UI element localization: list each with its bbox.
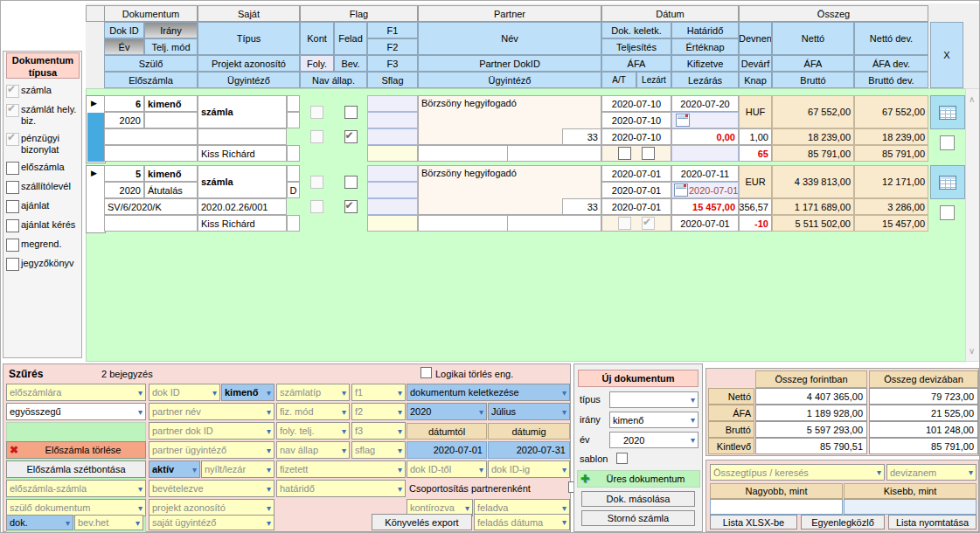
- col-foly[interactable]: Foly.: [300, 55, 334, 72]
- col-lezart[interactable]: Lezárt: [636, 72, 671, 88]
- col-devarf[interactable]: Devárf: [739, 55, 772, 72]
- col-at[interactable]: A/T: [601, 72, 636, 88]
- checkbox-icon[interactable]: [6, 162, 19, 175]
- devizanem-dropdown[interactable]: devizanem▾: [886, 464, 977, 481]
- checkbox-icon[interactable]: [6, 85, 19, 98]
- cell-f3[interactable]: [367, 198, 418, 215]
- dok-id-ig-dropdown[interactable]: dok ID-ig▾: [488, 460, 570, 478]
- doc-type-szamla[interactable]: számla: [6, 85, 81, 98]
- bev-checkbox[interactable]: [344, 130, 358, 143]
- ures-dokumentum-button[interactable]: ✚Üres dokumentum: [577, 470, 700, 488]
- checkbox-icon[interactable]: [6, 104, 19, 117]
- col-bev[interactable]: Bev.: [334, 55, 367, 72]
- date-from-field[interactable]: 2020-07-01: [407, 441, 487, 459]
- group-osszeg[interactable]: Összeg: [739, 5, 928, 22]
- col-hatarido[interactable]: Határidő: [671, 22, 739, 38]
- col-sflag[interactable]: Sflag: [367, 72, 418, 88]
- dok-id-dropdown[interactable]: dok ID▾: [149, 384, 220, 401]
- f3-dropdown[interactable]: f3▾: [351, 422, 406, 440]
- doc-type-ajanlat[interactable]: ajánlat: [6, 200, 81, 213]
- cell-f2[interactable]: [367, 112, 418, 128]
- col-kifizetve[interactable]: Kifizetve: [671, 55, 739, 72]
- nav-allap-dropdown[interactable]: nav állap▾: [276, 441, 350, 459]
- checkbox-icon[interactable]: [6, 133, 19, 146]
- col-brutto-dev[interactable]: Bruttó dev.: [854, 72, 928, 88]
- scroll-down-icon[interactable]: ∨: [969, 346, 975, 356]
- f2-dropdown[interactable]: f2▾: [351, 403, 406, 420]
- col-erteknap[interactable]: Értéknap: [671, 38, 739, 55]
- col-tipus[interactable]: Típus: [198, 22, 300, 55]
- col-szulo[interactable]: Szülő: [104, 55, 198, 72]
- feladas-datuma-dropdown[interactable]: feladás dátuma▾: [474, 514, 570, 530]
- col-partner-ugyintezo[interactable]: Ügyintéző: [418, 72, 601, 88]
- col-partner-dokid[interactable]: Partner DokID: [418, 55, 601, 72]
- col-afa-datum[interactable]: ÁFA: [601, 55, 671, 72]
- eloszamla-torlese-button[interactable]: ✖Előszámla törlése: [6, 441, 146, 459]
- col-ugyintezo[interactable]: Ügyintéző: [198, 72, 300, 88]
- table-row[interactable]: ▶ 6 kimenő számla 2020 Kiss Richárd: [86, 95, 964, 162]
- new-doc-tipus-dropdown[interactable]: ▾: [609, 391, 699, 408]
- doc-type-jegyzokonyv[interactable]: jegyzőkönyv: [6, 258, 81, 271]
- kont-checkbox[interactable]: [310, 176, 323, 189]
- col-devnem[interactable]: Devnen: [739, 22, 772, 55]
- group-sajat[interactable]: Saját: [198, 5, 300, 22]
- checkbox-icon[interactable]: [6, 239, 19, 252]
- col-netto[interactable]: Nettó: [772, 22, 854, 55]
- bev-checkbox[interactable]: [344, 200, 358, 213]
- felad-checkbox[interactable]: [344, 106, 358, 119]
- dok-keletkezese-dropdown[interactable]: dokumentum keletkezése▾: [407, 384, 570, 401]
- dok-id-tol-dropdown[interactable]: dok ID-től▾: [407, 460, 487, 478]
- new-doc-ev-dropdown[interactable]: 2020▾: [609, 432, 699, 448]
- cell-f3[interactable]: [367, 128, 418, 145]
- scroll-up-icon[interactable]: ∧: [969, 94, 975, 104]
- cell-sflag[interactable]: [367, 215, 418, 232]
- doc-type-eloszamla[interactable]: előszámla: [6, 162, 81, 175]
- close-column-header[interactable]: X: [930, 22, 963, 88]
- checkbox-icon[interactable]: [6, 219, 19, 232]
- col-netto-dev[interactable]: Nettó dev.: [854, 22, 928, 55]
- doc-type-szamlat-hely-biz[interactable]: számlát hely. biz.: [6, 104, 81, 127]
- col-nev[interactable]: Név: [418, 22, 601, 55]
- checkbox-icon[interactable]: [6, 181, 19, 194]
- foly-checkbox[interactable]: [310, 130, 323, 143]
- bevetelezve-dropdown[interactable]: bevételezve▾: [149, 480, 275, 497]
- kont-checkbox[interactable]: [310, 106, 323, 119]
- col-afa-dev[interactable]: ÁFA dev.: [854, 55, 928, 72]
- lista-xlsx-button[interactable]: Lista XLSX-be: [710, 515, 797, 530]
- dok-dropdown[interactable]: dok.▾: [6, 515, 73, 530]
- new-doc-irany-dropdown[interactable]: kimenő▾: [609, 412, 699, 428]
- partner-nev-dropdown[interactable]: partner név▾: [149, 403, 275, 420]
- col-nav-allap[interactable]: Nav állap.: [300, 72, 367, 88]
- col-brutto[interactable]: Bruttó: [772, 72, 854, 88]
- hatarido-dropdown[interactable]: határidő▾: [276, 480, 406, 497]
- nagyobb-mint-input[interactable]: [710, 499, 843, 515]
- bev-het-dropdown[interactable]: bev.het▾: [74, 515, 143, 530]
- partner-dok-id-dropdown[interactable]: partner dok ID▾: [149, 422, 275, 440]
- f1-dropdown[interactable]: f1▾: [351, 384, 406, 401]
- group-partner[interactable]: Partner: [418, 5, 601, 22]
- table-row[interactable]: ▶ 5 kimenő számla D 2020 Átutalás SV/6/2…: [86, 165, 964, 232]
- group-flag[interactable]: Flag: [300, 5, 418, 22]
- calendar-icon[interactable]: [676, 114, 690, 127]
- col-dok-keletk[interactable]: Dok. keletk.: [601, 22, 671, 38]
- dok-masolasa-button[interactable]: Dok. másolása: [581, 491, 695, 507]
- fiz-mod-dropdown[interactable]: fiz. mód▾: [276, 403, 350, 420]
- szamlatipus-dropdown[interactable]: számlatíp▾: [276, 384, 350, 401]
- cell-erteknap[interactable]: [671, 112, 739, 128]
- col-telj-mod[interactable]: Telj. mód: [144, 38, 198, 55]
- eloszamlara-dropdown[interactable]: előszámlára▾: [6, 384, 146, 401]
- cell-f1[interactable]: [367, 165, 418, 182]
- nyilt-lezart-dropdown[interactable]: nyílt/lezár▾: [201, 460, 275, 478]
- col-lezaras[interactable]: Lezárás: [671, 72, 739, 88]
- doc-type-penzugyi-bizonylat[interactable]: pénzügyi bizonylat: [6, 133, 81, 156]
- foly-checkbox[interactable]: [310, 200, 323, 213]
- sablon-checkbox[interactable]: [616, 453, 628, 464]
- projekt-azonosito-dropdown[interactable]: projekt azonosító▾: [149, 499, 275, 516]
- kimeno-dropdown[interactable]: kimenő▾: [221, 384, 275, 401]
- cell-erteknap[interactable]: 2020-07-01: [671, 182, 739, 198]
- aktiv-dropdown[interactable]: aktív▾: [149, 460, 200, 478]
- foly-telj-dropdown[interactable]: foly. telj.▾: [276, 422, 350, 440]
- storno-szamla-button[interactable]: Stornó számla: [581, 510, 695, 526]
- honap-dropdown[interactable]: Július▾: [488, 403, 570, 420]
- col-teljesites[interactable]: Teljesítés: [601, 38, 671, 55]
